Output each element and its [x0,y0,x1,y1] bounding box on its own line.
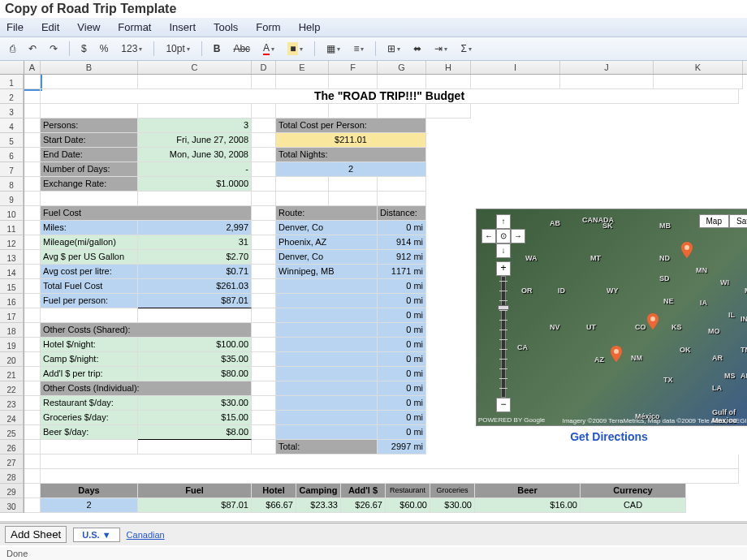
row-header[interactable]: 8 [0,177,24,192]
select-all-corner[interactable] [0,61,24,74]
row-header[interactable]: 14 [0,265,24,279]
percent-format[interactable]: % [97,41,112,56]
row-header[interactable]: 16 [0,294,24,308]
menu-insert[interactable]: Insert [169,21,196,33]
pan-down-icon[interactable]: ↓ [496,243,511,258]
number-format[interactable]: 123 [118,41,145,56]
formula[interactable]: Σ [457,41,474,56]
row-header[interactable]: 19 [0,338,24,352]
row-header[interactable]: 4 [0,118,24,133]
col-header[interactable]: F [329,61,378,74]
zoom-in-icon[interactable]: + [496,261,511,276]
map-marker-icon[interactable] [647,313,658,330]
col-header[interactable]: A [24,61,41,74]
sum-v-addl[interactable]: $26.67 [341,498,386,513]
fuel-val[interactable]: $87.01 [138,294,252,308]
val-persons[interactable]: 3 [138,118,252,133]
route-stop[interactable] [276,279,378,294]
sum-v-days[interactable]: 2 [41,498,138,513]
shared-val[interactable]: $100.00 [138,338,252,352]
col-header[interactable]: K [654,61,743,74]
map-embed[interactable]: CANADAABSKMBNDSDMTWYCONEKSOKTXNMAZUTNVCA… [476,209,747,426]
sum-v-rest[interactable]: $60.00 [386,498,430,513]
wrap[interactable]: ⇥ [431,41,451,56]
map-marker-icon[interactable] [681,242,693,258]
fuel-val[interactable]: $261.03 [138,279,252,294]
row-header[interactable]: 3 [0,104,24,118]
ind-val[interactable]: $8.00 [138,425,252,440]
row-header[interactable]: 20 [0,352,24,367]
text-color[interactable]: A [260,41,278,57]
insert[interactable]: ⊞ [384,41,404,56]
fill-color[interactable]: ■ [284,41,306,57]
sum-v-fuel[interactable]: $87.01 [138,498,252,513]
row-header[interactable]: 30 [0,498,24,513]
sum-v-hotel[interactable]: $66.67 [252,498,296,513]
val-exch[interactable]: $1.0000 [138,177,252,192]
route-stop[interactable]: Phoenix, AZ [276,235,378,250]
align[interactable]: ≡ [350,41,367,56]
sum-v-groc[interactable]: $30.00 [430,498,475,513]
row-header[interactable]: 10 [0,206,24,221]
currency-format[interactable]: $ [78,41,90,56]
row-header[interactable]: 24 [0,411,24,425]
map-type-sat[interactable]: Sat [729,214,747,228]
ind-val[interactable]: $15.00 [138,411,252,425]
borders[interactable]: ▦ [323,41,343,56]
menu-form[interactable]: Form [256,21,280,33]
col-header[interactable]: I [471,61,560,74]
menu-format[interactable]: Format [118,21,151,33]
col-header[interactable]: C [138,61,252,74]
col-header[interactable]: D [252,61,276,74]
row-header[interactable]: 5 [0,133,24,148]
map-marker-icon[interactable] [611,346,622,362]
route-stop[interactable]: Winnipeg, MB [276,265,378,279]
val-start[interactable]: Fri, June 27, 2008 [138,133,252,148]
menu-edit[interactable]: Edit [41,21,59,33]
fuel-val[interactable]: 2,997 [138,221,252,235]
shared-val[interactable]: $35.00 [138,352,252,367]
pan-up-icon[interactable]: ↑ [496,214,511,229]
merge[interactable]: ⬌ [410,41,425,56]
zoom-slider[interactable] [501,276,506,398]
bold-button[interactable]: B [210,41,224,56]
menu-tools[interactable]: Tools [214,21,238,33]
print-icon[interactable]: ⎙ [6,41,19,56]
ind-val[interactable]: $30.00 [138,396,252,411]
sum-v-beer[interactable]: $16.00 [475,498,581,513]
row-header[interactable]: 17 [0,308,24,323]
row-header[interactable]: 9 [0,192,24,206]
row-header[interactable]: 18 [0,323,24,338]
sum-v-cur[interactable]: CAD [581,498,686,513]
tab-us[interactable]: U.S. ▼ [73,528,119,542]
zoom-out-icon[interactable]: − [496,398,511,412]
fuel-val[interactable]: 31 [138,235,252,250]
row-header[interactable]: 2 [0,89,24,104]
tab-canadian[interactable]: Canadian [127,530,165,540]
row-header[interactable]: 28 [0,469,24,484]
row-header[interactable]: 15 [0,279,24,294]
get-directions-link[interactable]: Get Directions [528,430,690,443]
col-header[interactable]: G [378,61,426,74]
fuel-val[interactable]: $2.70 [138,250,252,265]
row-header[interactable]: 7 [0,162,24,177]
undo-icon[interactable]: ↶ [25,41,40,56]
pan-right-icon[interactable]: → [511,229,525,243]
pan-center-icon[interactable]: ⊙ [496,229,511,243]
col-header[interactable]: E [276,61,329,74]
pan-left-icon[interactable]: ← [481,229,496,243]
strike-button[interactable]: Abc [230,41,253,56]
row-header[interactable]: 11 [0,221,24,235]
val-numdays[interactable]: - [138,162,252,177]
row-header[interactable]: 23 [0,396,24,411]
route-stop[interactable] [276,294,378,308]
col-header[interactable]: B [41,61,138,74]
col-header[interactable]: H [426,61,471,74]
route-stop[interactable]: Denver, Co [276,221,378,235]
map-type-map[interactable]: Map [699,214,729,228]
row-header[interactable]: 12 [0,235,24,250]
shared-val[interactable]: $80.00 [138,367,252,381]
add-sheet-button[interactable]: Add Sheet [5,526,67,543]
row-header[interactable]: 25 [0,425,24,440]
route-stop[interactable]: Denver, Co [276,250,378,265]
